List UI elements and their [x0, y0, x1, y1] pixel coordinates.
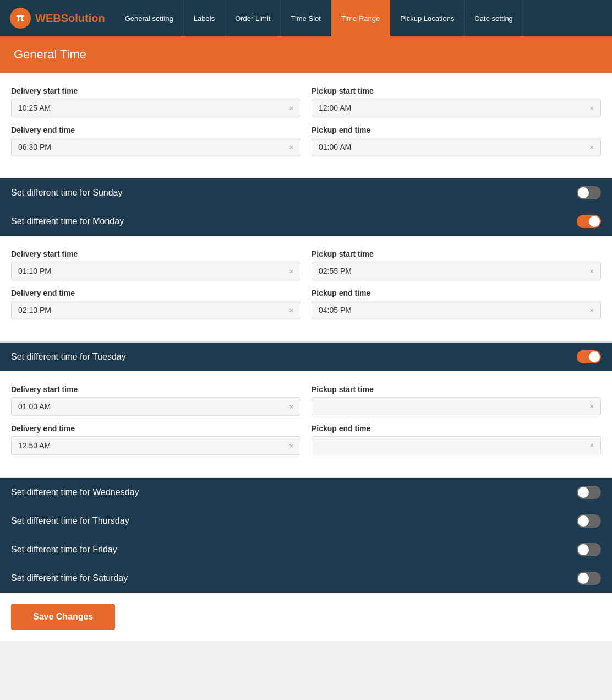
tuesday-delivery-end-input[interactable]: 12:50 AM ×: [11, 436, 300, 455]
tab-general-setting[interactable]: General setting: [115, 0, 184, 36]
saturday-toggle[interactable]: [577, 572, 601, 585]
monday-fields: Delivery start time 01:10 PM × Pickup st…: [0, 236, 612, 343]
thursday-toggle-knob: [578, 515, 589, 527]
pickup-start-input[interactable]: 12:00 AM ×: [312, 99, 601, 117]
tuesday-delivery-start-col: Delivery start time 01:00 AM ×: [11, 385, 300, 416]
save-section: Save Changes: [0, 593, 612, 641]
tuesday-delivery-start-label: Delivery start time: [11, 385, 300, 394]
monday-pickup-end-label: Pickup end time: [312, 289, 601, 297]
monday-delivery-end-col: Delivery end time 02:10 PM ×: [11, 289, 300, 319]
nav-tabs: General setting Labels Order Limit Time …: [115, 0, 612, 36]
saturday-label: Set different time for Saturday: [11, 573, 128, 583]
tab-order-limit[interactable]: Order Limit: [225, 0, 281, 36]
monday-row-1: Delivery start time 01:10 PM × Pickup st…: [11, 249, 601, 280]
tuesday-row-1: Delivery start time 01:00 AM × Pickup st…: [11, 385, 601, 416]
monday-pickup-start-value: 02:55 PM: [319, 267, 589, 275]
monday-pickup-start-input[interactable]: 02:55 PM ×: [312, 262, 601, 280]
sunday-toggle[interactable]: [577, 186, 601, 199]
pickup-end-clear[interactable]: ×: [589, 143, 594, 151]
monday-delivery-start-col: Delivery start time 01:10 PM ×: [11, 249, 300, 280]
tuesday-pickup-end-label: Pickup end time: [312, 424, 601, 433]
monday-delivery-start-value: 01:10 PM: [18, 267, 289, 275]
monday-delivery-start-input[interactable]: 01:10 PM ×: [11, 262, 300, 280]
monday-pickup-end-value: 04:05 PM: [319, 306, 589, 314]
tab-date-setting[interactable]: Date setting: [465, 0, 523, 36]
monday-delivery-end-input[interactable]: 02:10 PM ×: [11, 301, 300, 319]
general-row-1: Delivery start time 10:25 AM × Pickup st…: [11, 86, 601, 117]
main-content: General Time Delivery start time 10:25 A…: [0, 36, 612, 641]
friday-header: Set different time for Friday: [0, 535, 612, 564]
monday-delivery-end-clear[interactable]: ×: [289, 306, 293, 314]
tuesday-delivery-end-label: Delivery end time: [11, 424, 300, 433]
thursday-toggle[interactable]: [577, 514, 601, 528]
tuesday-toggle[interactable]: [577, 350, 601, 363]
saturday-toggle-knob: [578, 573, 589, 584]
pickup-start-label: Pickup start time: [312, 86, 601, 95]
monday-pickup-end-input[interactable]: 04:05 PM ×: [312, 301, 601, 319]
save-button[interactable]: Save Changes: [11, 604, 115, 630]
tuesday-delivery-start-clear[interactable]: ×: [289, 403, 293, 411]
delivery-end-col: Delivery end time 06:30 PM ×: [11, 126, 300, 156]
pickup-start-col: Pickup start time 12:00 AM ×: [312, 86, 601, 117]
wednesday-label: Set different time for Wednesday: [11, 487, 139, 497]
tuesday-delivery-end-col: Delivery end time 12:50 AM ×: [11, 424, 300, 455]
tuesday-pickup-start-clear[interactable]: ×: [589, 402, 594, 410]
monday-row-2: Delivery end time 02:10 PM × Pickup end …: [11, 289, 601, 319]
monday-header: Set different time for Monday: [0, 207, 612, 236]
wednesday-toggle[interactable]: [577, 486, 601, 499]
pickup-end-col: Pickup end time 01:00 AM ×: [312, 126, 601, 156]
monday-pickup-start-col: Pickup start time 02:55 PM ×: [312, 249, 601, 280]
tuesday-fields: Delivery start time 01:00 AM × Pickup st…: [0, 371, 612, 478]
tuesday-pickup-end-col: Pickup end time ×: [312, 424, 601, 455]
delivery-start-input[interactable]: 10:25 AM ×: [11, 99, 300, 117]
logo: π WEBSolution: [0, 8, 115, 29]
delivery-start-value: 10:25 AM: [18, 104, 289, 112]
monday-pickup-start-label: Pickup start time: [312, 249, 601, 258]
tuesday-row-2: Delivery end time 12:50 AM × Pickup end …: [11, 424, 601, 455]
sunday-label: Set different time for Sunday: [11, 188, 122, 198]
logo-text: WEBSolution: [35, 12, 105, 25]
delivery-end-clear[interactable]: ×: [289, 143, 293, 151]
pickup-end-input[interactable]: 01:00 AM ×: [312, 138, 601, 156]
page-title: General Time: [14, 47, 86, 61]
friday-toggle-knob: [578, 544, 589, 555]
tuesday-pickup-start-label: Pickup start time: [312, 385, 601, 394]
tuesday-delivery-start-input[interactable]: 01:00 AM ×: [11, 397, 300, 416]
delivery-end-value: 06:30 PM: [18, 143, 289, 151]
delivery-end-input[interactable]: 06:30 PM ×: [11, 138, 300, 156]
sunday-header: Set different time for Sunday: [0, 178, 612, 207]
thursday-header: Set different time for Thursday: [0, 507, 612, 535]
pickup-start-value: 12:00 AM: [319, 104, 589, 112]
logo-web: WEB: [35, 12, 61, 24]
general-time-header: General Time: [0, 36, 612, 73]
tuesday-pickup-end-input[interactable]: ×: [312, 436, 601, 454]
delivery-start-clear[interactable]: ×: [289, 104, 293, 112]
tuesday-pickup-end-clear[interactable]: ×: [589, 441, 594, 449]
thursday-label: Set different time for Thursday: [11, 516, 129, 526]
tuesday-pickup-start-input[interactable]: ×: [312, 397, 601, 415]
monday-pickup-start-clear[interactable]: ×: [589, 267, 594, 275]
tab-time-range[interactable]: Time Range: [331, 0, 390, 36]
monday-toggle[interactable]: [577, 215, 601, 228]
wednesday-header: Set different time for Wednesday: [0, 478, 612, 507]
monday-label: Set different time for Monday: [11, 216, 124, 226]
sunday-toggle-knob: [578, 187, 589, 198]
tab-pickup-locations[interactable]: Pickup Locations: [390, 0, 465, 36]
general-time-section: Delivery start time 10:25 AM × Pickup st…: [0, 73, 612, 178]
tuesday-label: Set different time for Tuesday: [11, 352, 126, 362]
monday-pickup-end-col: Pickup end time 04:05 PM ×: [312, 289, 601, 319]
general-row-2: Delivery end time 06:30 PM × Pickup end …: [11, 126, 601, 156]
delivery-start-label: Delivery start time: [11, 86, 300, 95]
monday-delivery-start-clear[interactable]: ×: [289, 267, 293, 275]
monday-pickup-end-clear[interactable]: ×: [589, 306, 594, 314]
pickup-start-clear[interactable]: ×: [589, 104, 594, 112]
tuesday-header: Set different time for Tuesday: [0, 343, 612, 371]
monday-delivery-end-label: Delivery end time: [11, 289, 300, 297]
tuesday-delivery-end-value: 12:50 AM: [18, 441, 289, 450]
friday-toggle[interactable]: [577, 543, 601, 556]
logo-solution: Solution: [61, 12, 105, 24]
tuesday-delivery-end-clear[interactable]: ×: [289, 442, 293, 450]
tab-time-slot[interactable]: Time Slot: [281, 0, 331, 36]
tab-labels[interactable]: Labels: [184, 0, 225, 36]
navbar: π WEBSolution General setting Labels Ord…: [0, 0, 612, 36]
